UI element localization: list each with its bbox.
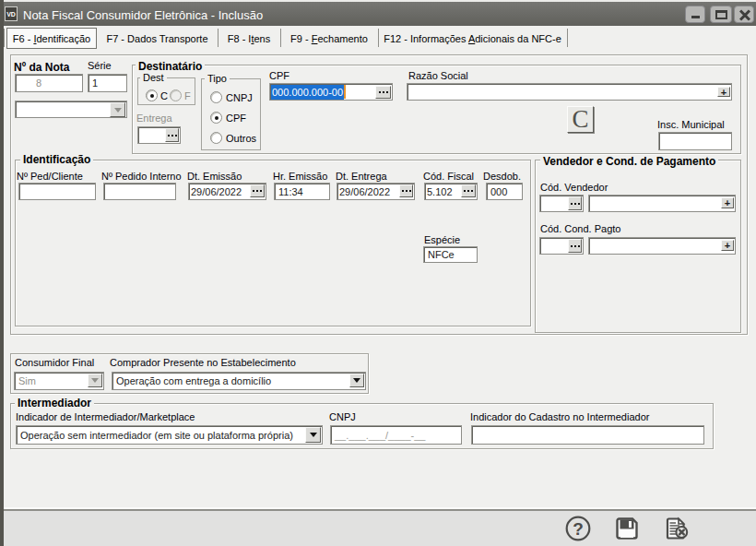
- svg-text:?: ?: [573, 519, 584, 539]
